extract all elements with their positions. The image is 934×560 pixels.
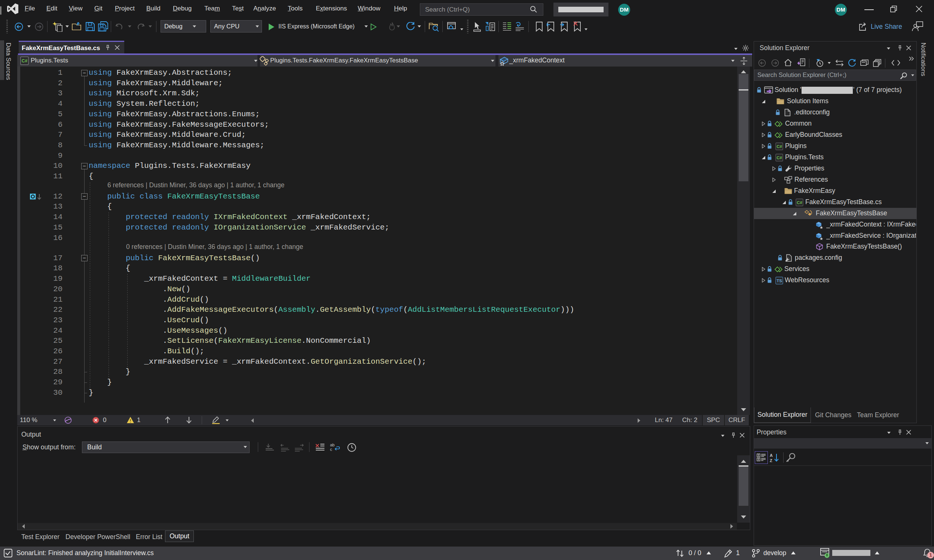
svg-text:c: c [330, 447, 332, 452]
svg-text:C#: C# [777, 144, 782, 149]
svg-text:C#: C# [797, 200, 802, 205]
svg-text:TS: TS [777, 278, 782, 283]
svg-text:Z: Z [770, 458, 772, 463]
svg-text:A: A [770, 453, 773, 458]
svg-text:C#: C# [22, 58, 28, 63]
svg-text:ab: ab [330, 443, 335, 447]
svg-text:C#: C# [777, 155, 782, 160]
